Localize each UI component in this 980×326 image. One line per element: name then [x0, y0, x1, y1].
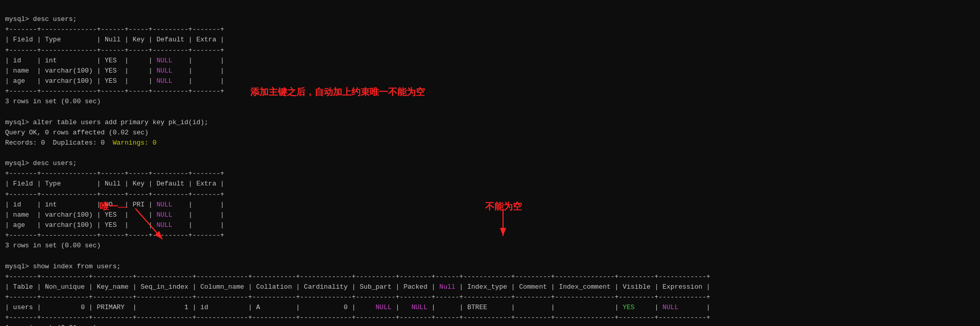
line-row1: | id | int | YES | | NULL | |: [5, 57, 224, 64]
line-row2: | name | varchar(100) | YES | | NULL | |: [5, 67, 224, 75]
line-row6: | age | varchar(100) | YES | | NULL | |: [5, 221, 224, 229]
line-query-ok: Query OK, 0 rows affected (0.02 sec): [5, 129, 149, 136]
line-sep2: +-------+--------------+------+-----+---…: [5, 46, 224, 54]
line-idx-header: | Table | Non_unique | Key_name | Seq_in…: [5, 283, 710, 291]
terminal: mysql> desc users; +-------+------------…: [0, 0, 980, 326]
annotation-not-null: 不能为空: [485, 200, 522, 213]
line-header2: | Field | Type | Null | Key | Default | …: [5, 180, 224, 188]
line-sep5: +-------+--------------+------+-----+---…: [5, 191, 224, 198]
line-rowcount2: 3 rows in set (0.00 sec): [5, 242, 101, 249]
line-idx-sep2: +-------+------------+----------+-------…: [5, 293, 710, 301]
line-desc2: mysql> desc users;: [5, 159, 77, 167]
line-header1: | Field | Type | Null | Key | Default | …: [5, 36, 224, 43]
line-sep3: +-------+--------------+------+-----+---…: [5, 87, 224, 95]
annotation-add-primary-key: 添加主键之后，自动加上约束唯一不能为空: [250, 86, 425, 98]
annotation-unique: 唯一—: [100, 200, 127, 213]
line-1: mysql> desc users;: [5, 15, 77, 23]
line-idx-row: | users | 0 | PRIMARY | 1 | id | A | 0 |…: [5, 304, 710, 311]
line-rowcount1: 3 rows in set (0.00 sec): [5, 98, 101, 105]
line-row3: | age | varchar(100) | YES | | NULL | |: [5, 77, 224, 85]
line-alter: mysql> alter table users add primary key…: [5, 119, 208, 126]
line-idx-sep3: +-------+------------+----------+-------…: [5, 314, 710, 321]
line-rowcount3: 1 row in set (0.01 sec): [5, 324, 97, 326]
line-sep6: +-------+--------------+------+-----+---…: [5, 231, 224, 239]
line-show-index: mysql> show index from users;: [5, 263, 121, 270]
line-sep4: +-------+--------------+------+-----+---…: [5, 170, 224, 177]
line-records: Records: 0 Duplicates: 0 Warnings: 0: [5, 139, 156, 147]
line-idx-sep1: +-------+------------+----------+-------…: [5, 273, 710, 281]
line-sep1: +-------+--------------+------+-----+---…: [5, 26, 224, 33]
